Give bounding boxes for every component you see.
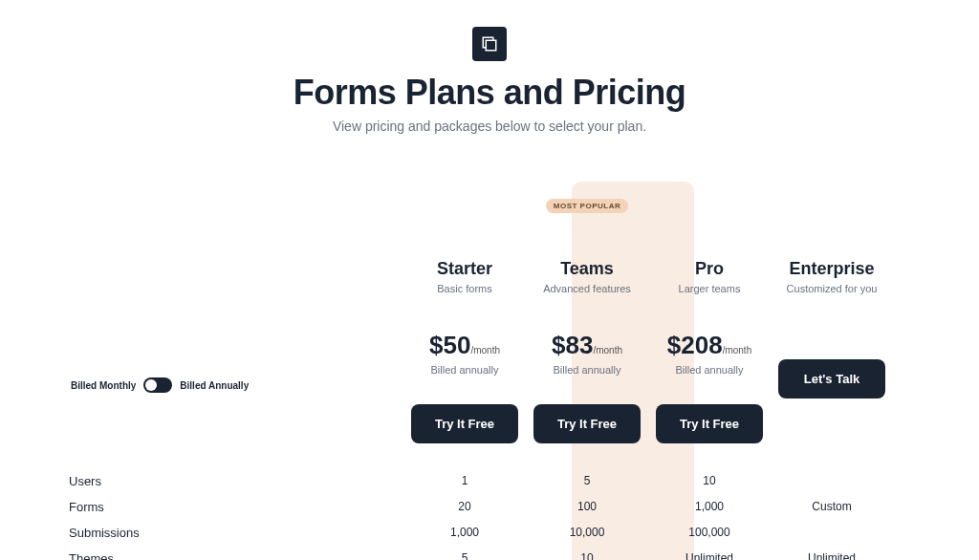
feature-label: Submissions	[67, 520, 403, 546]
plan-price: $208	[667, 331, 723, 359]
feature-value: 100	[526, 494, 648, 520]
try-free-button[interactable]: Try It Free	[411, 404, 518, 443]
feature-value: 10	[526, 546, 648, 560]
plan-price-unit: /month	[470, 345, 500, 355]
feature-value: 20	[403, 494, 526, 520]
toggle-switch[interactable]	[143, 377, 172, 393]
page-title: Forms Plans and Pricing	[67, 73, 912, 113]
svg-rect-1	[486, 40, 496, 51]
billing-toggle[interactable]: Billed Monthly Billed Annually	[71, 377, 400, 393]
feature-label: Users	[67, 468, 403, 494]
feature-value: Unlimited	[771, 546, 893, 560]
plan-name: Pro	[652, 259, 767, 279]
plan-price: $50	[429, 331, 470, 359]
feature-value: 10,000	[526, 520, 648, 546]
feature-value: 100,000	[648, 520, 771, 546]
plan-desc: Customized for you	[774, 283, 889, 294]
plan-price-unit: /month	[593, 345, 622, 355]
plan-name: Teams	[530, 259, 644, 279]
feature-value	[771, 520, 893, 546]
page-subtitle: View pricing and packages below to selec…	[67, 118, 912, 134]
plan-desc: Larger teams	[652, 283, 767, 294]
plan-enterprise: Enterprise Customized for you Let's Talk	[771, 219, 893, 468]
plan-desc: Advanced features	[530, 283, 644, 294]
plan-name: Starter	[407, 259, 522, 279]
popular-badge: MOST POPULAR	[546, 199, 628, 213]
logo-icon	[472, 27, 507, 61]
feature-label: Forms	[67, 494, 403, 520]
plan-pro: Pro Larger teams $208/month Billed annua…	[648, 219, 771, 468]
feature-value: 5	[526, 468, 648, 494]
feature-value: Custom	[771, 494, 893, 520]
billing-monthly-label: Billed Monthly	[71, 380, 136, 391]
feature-label: Themes	[67, 546, 403, 560]
lets-talk-button[interactable]: Let's Talk	[778, 359, 885, 398]
pricing-grid: MOST POPULAR Billed Monthly Billed Annua…	[67, 182, 912, 560]
plan-price-note: Billed annually	[652, 364, 767, 376]
billing-annually-label: Billed Annually	[180, 380, 249, 391]
plan-teams: Teams Advanced features $83/month Billed…	[526, 219, 648, 468]
plan-price-note: Billed annually	[530, 364, 644, 376]
feature-value	[771, 468, 893, 494]
plan-desc: Basic forms	[407, 283, 522, 294]
feature-value: 10	[648, 468, 771, 494]
plan-starter: Starter Basic forms $50/month Billed ann…	[403, 219, 526, 468]
plan-price: $83	[552, 331, 593, 359]
feature-value: 1,000	[403, 520, 526, 546]
plan-price-note: Billed annually	[407, 364, 522, 376]
plan-price-unit: /month	[723, 345, 752, 355]
feature-value: Unlimited	[648, 546, 771, 560]
feature-value: 1,000	[648, 494, 771, 520]
plan-name: Enterprise	[774, 259, 889, 279]
try-free-button[interactable]: Try It Free	[656, 404, 763, 443]
feature-value: 1	[403, 468, 526, 494]
feature-value: 5	[403, 546, 526, 560]
try-free-button[interactable]: Try It Free	[533, 404, 641, 443]
